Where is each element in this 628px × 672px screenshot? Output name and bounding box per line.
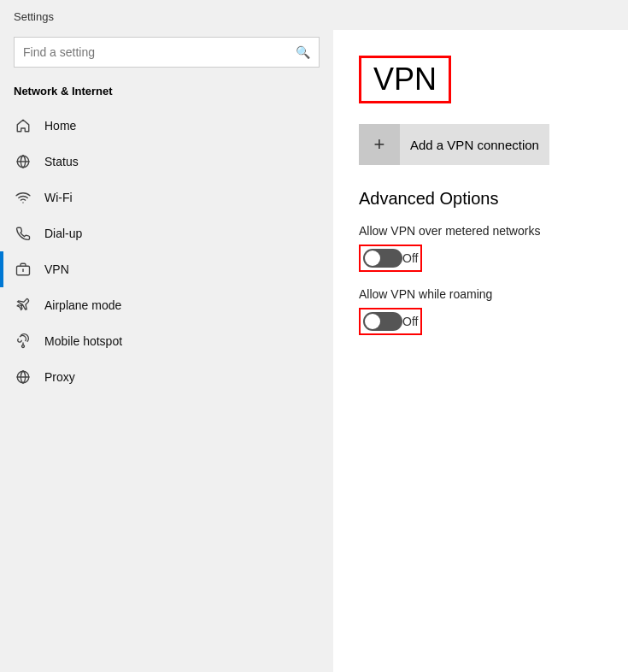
sidebar-item-status[interactable]: Status [0,144,333,180]
sidebar-item-dialup[interactable]: Dial-up [0,215,333,251]
add-vpn-label: Add a VPN connection [410,138,549,152]
roaming-toggle-wrapper: Off [359,308,422,335]
section-title: Network & Internet [0,81,333,108]
sidebar-item-proxy[interactable]: Proxy [0,359,333,395]
sidebar-item-status-label: Status [44,155,79,168]
roaming-label: Allow VPN while roaming [359,287,602,301]
hotspot-icon [14,332,32,351]
search-wrapper[interactable]: 🔍 [14,37,320,68]
sidebar-item-airplane-label: Airplane mode [44,298,121,312]
home-icon [14,116,32,135]
sidebar-item-home[interactable]: Home [0,108,333,144]
wifi-icon [14,188,32,207]
advanced-options-title: Advanced Options [359,189,602,209]
add-vpn-icon: + [359,124,400,165]
page-title-box: VPN [359,56,451,103]
proxy-icon [14,368,32,386]
metered-networks-row: Off [359,245,602,272]
sidebar-item-proxy-label: Proxy [44,370,75,384]
sidebar: 🔍 Network & Internet Home Status [0,30,333,672]
svg-point-3 [22,268,24,270]
sidebar-item-vpn-label: VPN [44,262,69,276]
app-title: Settings [0,0,628,30]
sidebar-item-hotspot-label: Mobile hotspot [44,334,122,348]
sidebar-item-vpn[interactable]: VPN [0,251,333,287]
sidebar-item-wifi[interactable]: Wi-Fi [0,180,333,215]
page-title: VPN [373,62,437,97]
sidebar-item-airplane[interactable]: Airplane mode [0,287,333,323]
sidebar-item-wifi-label: Wi-Fi [44,191,73,204]
add-vpn-button[interactable]: + Add a VPN connection [359,124,549,165]
sidebar-item-home-label: Home [44,119,76,133]
search-icon: 🔍 [296,45,310,59]
search-container: 🔍 [0,30,333,81]
roaming-section: Allow VPN while roaming Off [359,287,602,335]
search-input[interactable] [23,45,296,59]
metered-networks-value: Off [402,251,418,265]
metered-networks-section: Allow VPN over metered networks Off [359,224,602,272]
svg-point-4 [22,345,25,348]
metered-networks-toggle[interactable] [363,249,402,268]
airplane-icon [14,296,32,315]
metered-networks-toggle-wrapper: Off [359,245,422,272]
sidebar-item-hotspot[interactable]: Mobile hotspot [0,323,333,359]
vpn-icon [14,260,32,279]
sidebar-item-dialup-label: Dial-up [44,227,82,240]
roaming-value: Off [402,315,418,328]
roaming-row: Off [359,308,602,335]
roaming-toggle[interactable] [363,312,402,331]
content-area: VPN + Add a VPN connection Advanced Opti… [333,30,628,672]
dialup-icon [14,224,32,243]
status-icon [14,152,32,171]
metered-networks-label: Allow VPN over metered networks [359,224,602,238]
